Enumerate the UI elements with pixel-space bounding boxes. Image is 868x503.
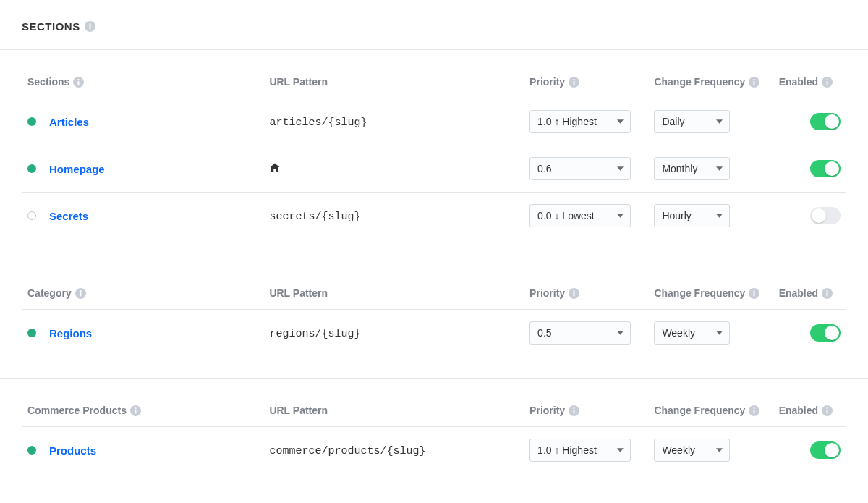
url-pattern: articles/{slug} [269,117,367,129]
table-row: Articlesarticles/{slug}1.0 ↑ Highest0.90… [22,98,846,145]
column-header-name: Commerce Products [22,379,263,427]
svg-rect-13 [827,81,828,85]
settings-group: Commerce ProductsURL PatternPriorityChan… [0,378,868,473]
svg-rect-4 [78,81,80,85]
svg-rect-10 [754,81,755,85]
priority-select[interactable]: 1.0 ↑ Highest0.90.80.70.60.50.40.30.20.1… [529,204,631,227]
info-icon[interactable] [822,405,833,416]
svg-point-38 [826,407,827,408]
status-indicator [27,446,36,455]
settings-table: CategoryURL PatternPriorityChange Freque… [22,261,846,356]
column-header-enabled-label: Enabled [779,287,818,299]
status-indicator [27,329,36,337]
settings-table: Commerce ProductsURL PatternPriorityChan… [22,379,846,473]
sections-settings: SectionsURL PatternPriorityChange Freque… [0,50,868,473]
section-name-link[interactable]: Secrets [49,210,88,222]
svg-point-23 [754,289,755,291]
column-header-frequency: Change Frequency [648,50,773,98]
column-header-name-label: Sections [27,76,69,88]
svg-point-35 [754,407,755,408]
column-header-frequency: Change Frequency [648,261,773,310]
page-header: SECTIONS [0,0,868,50]
table-row: Regionsregions/{slug}1.0 ↑ Highest0.90.8… [22,310,846,357]
change-frequency-select[interactable]: AlwaysHourlyDailyWeeklyMonthlyYearlyNeve… [654,321,730,345]
info-icon[interactable] [822,77,833,88]
section-name-link[interactable]: Regions [49,327,92,339]
settings-group: SectionsURL PatternPriorityChange Freque… [0,50,868,239]
info-icon[interactable] [749,77,760,88]
column-header-name-label: Commerce Products [27,405,127,416]
svg-point-8 [574,78,575,80]
enabled-toggle[interactable] [810,160,841,177]
svg-point-17 [80,289,81,291]
column-header-enabled-label: Enabled [779,405,818,416]
column-header-enabled: Enabled [773,379,846,427]
change-frequency-select[interactable]: AlwaysHourlyDailyWeeklyMonthlyYearlyNeve… [654,110,730,133]
info-icon[interactable] [749,405,760,416]
column-header-frequency-label: Change Frequency [654,287,745,299]
svg-point-29 [135,407,136,408]
info-icon[interactable] [130,405,141,416]
svg-rect-19 [574,292,575,296]
info-icon[interactable] [822,288,833,299]
svg-rect-1 [89,25,90,29]
priority-select[interactable]: 1.0 ↑ Highest0.90.80.70.60.50.40.30.20.1… [529,439,631,462]
enabled-toggle[interactable] [810,441,841,459]
column-header-url: URL Pattern [263,379,524,427]
column-header-url-label: URL Pattern [269,287,328,299]
change-frequency-select[interactable]: AlwaysHourlyDailyWeeklyMonthlyYearlyNeve… [654,204,730,227]
url-pattern: secrets/{slug} [269,211,360,223]
table-row: Productscommerce/products/{slug}1.0 ↑ Hi… [22,427,846,474]
info-icon[interactable] [569,288,579,299]
change-frequency-select[interactable]: AlwaysHourlyDailyWeeklyMonthlyYearlyNeve… [654,157,730,180]
svg-rect-34 [754,410,755,413]
status-indicator [27,164,36,173]
column-header-priority: Priority [524,50,648,98]
enabled-toggle[interactable] [810,324,841,342]
column-header-priority-label: Priority [529,287,565,299]
svg-rect-28 [135,410,137,413]
column-header-enabled: Enabled [773,50,846,98]
table-row: Secretssecrets/{slug}1.0 ↑ Highest0.90.8… [22,193,846,240]
svg-point-32 [574,407,575,408]
info-icon[interactable] [749,288,760,299]
svg-rect-25 [827,292,828,296]
home-icon [269,162,281,174]
enabled-toggle[interactable] [810,207,841,224]
column-header-url-label: URL Pattern [269,405,328,416]
info-icon[interactable] [85,21,95,32]
info-icon[interactable] [73,77,84,88]
svg-rect-37 [827,410,828,413]
info-icon[interactable] [569,405,579,416]
priority-select[interactable]: 1.0 ↑ Highest0.90.80.70.60.50.40.30.20.1… [529,157,631,180]
info-icon[interactable] [75,288,86,299]
section-name-link[interactable]: Articles [49,116,89,128]
settings-table: SectionsURL PatternPriorityChange Freque… [22,50,846,239]
svg-rect-31 [574,410,575,413]
svg-rect-22 [754,292,755,296]
enabled-toggle[interactable] [810,113,841,130]
page-title-text: SECTIONS [22,20,80,33]
column-header-enabled-label: Enabled [779,76,818,88]
column-header-frequency: Change Frequency [648,379,773,427]
svg-point-11 [754,78,755,80]
column-header-priority-label: Priority [529,405,565,416]
section-name-link[interactable]: Products [49,444,96,457]
priority-select[interactable]: 1.0 ↑ Highest0.90.80.70.60.50.40.30.20.1… [529,110,631,133]
change-frequency-select[interactable]: AlwaysHourlyDailyWeeklyMonthlyYearlyNeve… [654,439,730,462]
svg-rect-7 [574,81,575,85]
info-icon[interactable] [569,77,579,88]
section-name-link[interactable]: Homepage [49,163,105,175]
column-header-priority-label: Priority [529,76,565,88]
priority-select[interactable]: 1.0 ↑ Highest0.90.80.70.60.50.40.30.20.1… [529,321,631,345]
url-pattern: regions/{slug} [269,328,360,340]
status-indicator [27,211,36,220]
column-header-name: Sections [22,50,263,98]
column-header-frequency-label: Change Frequency [654,405,745,416]
svg-point-2 [89,23,90,25]
url-pattern: commerce/products/{slug} [269,445,425,457]
svg-point-26 [826,289,827,291]
column-header-priority: Priority [524,379,648,427]
settings-group: CategoryURL PatternPriorityChange Freque… [0,261,868,356]
column-header-url: URL Pattern [263,50,524,98]
